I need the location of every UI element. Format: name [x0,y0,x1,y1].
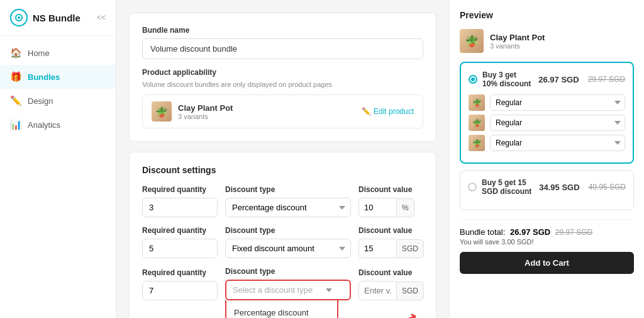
sidebar: NS Bundle << 🏠 Home 🎁 Bundles ✏️ Design … [0,0,116,318]
bundle-option-2-header: Buy 5 get 15 SGD discount 34.95 SGD 49.9… [468,178,626,196]
bundle-total-row: Bundle total: 26.97 SGD 29.97 SGD [460,227,634,237]
row1-value-label: Discount value [358,185,447,194]
edit-product-link[interactable]: ✏️ Edit product [362,107,414,116]
discount-settings-card: Discount settings Required quantity Disc… [129,152,436,318]
row3-unit: SGD [396,281,424,300]
variant-img-3: 🪴 [469,135,485,151]
product-name: Clay Plant Pot [178,103,233,113]
sidebar-item-analytics[interactable]: 📊 Analytics [0,113,116,137]
bundle-1-price: 26.97 SGD [538,75,579,84]
discount-section-title: Discount settings [142,165,423,175]
design-icon: ✏️ [10,95,21,106]
variant-img-2: 🪴 [469,115,485,131]
row3-value-label: Discount value [358,268,447,277]
product-variants: 3 variants [178,113,233,120]
row3-dropdown-menu: Percentage discount Fixed discount amoun… [225,300,338,318]
preview-title: Preview [460,10,634,20]
row3-dropdown-container: Select a discount type Percentage discou… [225,280,351,300]
preview-product-info: 🪴 Clay Plant Pot 3 variants [460,29,634,53]
bundle-2-price: 34.95 SGD [539,183,579,192]
row2-value-input[interactable] [358,239,396,258]
variant-img-1: 🪴 [469,94,485,111]
radio-2 [468,183,477,191]
row3-type-label: Discount type [225,267,351,276]
variant-select-1: 🪴 Regular [469,94,625,111]
product-applicability-label: Product applicability [142,68,423,77]
bundle-1-label: Buy 3 get 10% discount [482,71,533,88]
sidebar-nav: 🏠 Home 🎁 Bundles ✏️ Design 📊 Analytics [0,36,116,318]
preview-product-name: Clay Plant Pot [490,33,545,42]
row3-value-row: SGD [358,281,447,300]
row1-value-input[interactable] [358,198,396,217]
row3-placeholder: Select a discount type [233,285,313,295]
row1-unit: % [396,198,414,217]
row2-value-row: SGD [358,239,447,258]
product-row: 🪴 Clay Plant Pot 3 variants ✏️ Edit prod… [142,94,423,128]
sidebar-item-design[interactable]: ✏️ Design [0,89,116,113]
row1-qty-input[interactable] [142,198,218,217]
sidebar-item-bundles-label: Bundles [28,72,60,82]
bundle-1-price-old: 29.97 SGD [588,75,625,84]
discount-row-3: Required quantity Discount type Select a… [142,267,423,300]
row1-type-select-wrapper: Percentage discount Fixed discount amoun… [225,198,351,217]
row1-type-label: Discount type [225,185,351,194]
bundle-name-label: Bundle name [142,26,423,35]
row2-type-select-wrapper: Percentage discount Fixed discount amoun… [225,239,351,258]
row3-qty-input[interactable] [142,281,218,300]
bundle-option-1[interactable]: Buy 3 get 10% discount 26.97 SGD 29.97 S… [460,62,634,164]
bundle-name-input[interactable] [142,38,423,59]
bundle-total-label: Bundle total: [460,227,505,237]
app-name: NS Bundle [33,13,80,23]
product-info: Clay Plant Pot 3 variants [178,103,233,120]
bundles-icon: 🎁 [10,71,21,82]
product-thumbnail: 🪴 [152,101,172,122]
row2-qty-input[interactable] [142,239,218,258]
bundle-option-2[interactable]: Buy 5 get 15 SGD discount 34.95 SGD 49.9… [460,170,634,210]
preview-product-text: Clay Plant Pot 3 variants [490,33,545,50]
bundle-2-label: Buy 5 get 15 SGD discount [482,178,534,196]
bundle-total-value: 26.97 SGD [510,227,550,237]
product-applicability-sub: Volume discount bundles are only display… [142,81,423,88]
row1-type-select[interactable]: Percentage discount Fixed discount amoun… [225,198,351,217]
bundle-footer: Bundle total: 26.97 SGD 29.97 SGD You wi… [460,219,634,274]
dropdown-option-percentage[interactable]: Percentage discount [226,303,337,318]
preview-panel: Preview 🪴 Clay Plant Pot 3 variants Buy … [449,0,644,318]
variant-dropdown-3[interactable]: Regular [490,135,625,151]
sidebar-item-home[interactable]: 🏠 Home [0,41,116,65]
analytics-icon: 📊 [10,119,21,130]
bundle-name-card: Bundle name Product applicability Volume… [129,13,436,142]
row3-value-input[interactable] [358,281,396,300]
row1-qty-label: Required quantity [142,185,218,194]
bundle-total-old: 29.97 SGD [555,228,592,237]
sidebar-item-bundles[interactable]: 🎁 Bundles [0,65,116,89]
variant-dropdown-1[interactable]: Regular [490,94,625,111]
row2-unit: SGD [396,239,424,258]
radio-1 [469,75,477,84]
sidebar-item-analytics-label: Analytics [28,120,60,130]
preview-product-variants: 3 variants [490,42,545,50]
sidebar-item-design-label: Design [28,96,53,106]
svg-point-1 [18,16,20,19]
row1-value-row: % [358,198,447,217]
bundle-option-1-header: Buy 3 get 10% discount 26.97 SGD 29.97 S… [469,71,625,88]
sidebar-logo: NS Bundle << [0,0,116,36]
logo-icon [10,9,28,26]
sidebar-collapse-btn[interactable]: << [97,13,106,22]
add-to-cart-btn[interactable]: Add to Cart [460,252,634,274]
preview-product-img: 🪴 [460,29,484,53]
edit-icon: ✏️ [362,107,371,116]
variant-dropdown-2[interactable]: Regular [490,115,625,131]
row3-type-select-display[interactable]: Select a discount type [225,280,351,300]
row2-value-label: Discount value [358,226,447,235]
discount-row-2: Required quantity Discount type Percenta… [142,226,423,258]
variant-select-3: 🪴 Regular [469,135,625,151]
bundle-2-price-old: 49.95 SGD [589,183,626,191]
row2-type-select[interactable]: Percentage discount Fixed discount amoun… [225,239,351,258]
row2-type-label: Discount type [225,226,351,235]
row2-qty-label: Required quantity [142,226,218,235]
home-icon: 🏠 [10,47,21,59]
discount-row-1: Required quantity Discount type Percenta… [142,185,423,217]
arrow-indicator: ➜ [403,308,419,318]
bundle-savings: You will save 3.00 SGD! [460,238,634,246]
main-content: Bundle name Product applicability Volume… [116,0,449,318]
